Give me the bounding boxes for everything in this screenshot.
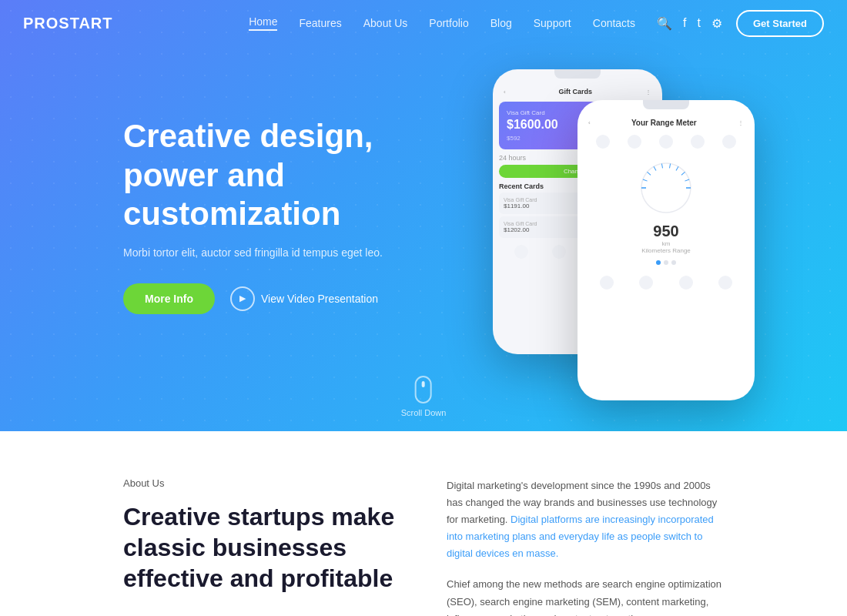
km-unit: km [584, 240, 748, 247]
about-heading: Creative startups make classic businesse… [123, 501, 400, 594]
video-button[interactable]: ▶ View Video Presentation [230, 286, 378, 311]
about-section: About Us Creative startups make classic … [0, 431, 847, 616]
hero-actions: More Info ▶ View Video Presentation [123, 283, 462, 314]
gauge-area [584, 153, 748, 223]
about-link-1[interactable]: Digital platforms are increasingly incor… [447, 514, 714, 559]
about-section-label: About Us [123, 477, 400, 489]
nav-home[interactable]: Home [249, 15, 277, 31]
nav-icon-group: 🔍 f t ⚙ [657, 16, 722, 31]
svg-line-8 [685, 179, 689, 181]
nav-features[interactable]: Features [299, 17, 341, 29]
nav-about[interactable]: About Us [363, 17, 408, 29]
arrow-right-icon: → [196, 612, 208, 616]
settings-icon[interactable]: ⚙ [711, 16, 722, 31]
brand-logo: PROSTART [23, 15, 113, 32]
svg-line-4 [661, 163, 662, 168]
hero-section: Creative design, power and customization… [0, 0, 847, 431]
nav-contacts[interactable]: Contacts [593, 17, 635, 29]
navbar: PROSTART Home Features About Us Portfoli… [0, 0, 847, 46]
play-icon: ▶ [230, 286, 255, 311]
about-para-2: Chief among the new methods are search e… [447, 576, 724, 616]
about-para-1: Digital marketing's development since th… [447, 477, 724, 562]
nav-support[interactable]: Support [534, 17, 571, 29]
scroll-down[interactable]: Scroll Down [401, 376, 447, 417]
more-info-button[interactable]: More Info [123, 283, 215, 314]
about-right: Digital marketing's development since th… [447, 477, 724, 616]
svg-line-7 [681, 172, 685, 175]
svg-line-6 [676, 166, 678, 170]
hero-title: Creative design, power and customization [123, 117, 462, 233]
svg-line-3 [654, 166, 656, 170]
hero-subtitle: Morbi tortor elit, auctor sed fringilla … [123, 246, 462, 259]
svg-line-1 [643, 179, 648, 181]
hero-content: Creative design, power and customization… [0, 117, 462, 313]
more-about-link[interactable]: More About Us → [123, 612, 400, 616]
phones-mockup: ‹ Gift Cards ⋮ Visa Gift Card $1600.00 $… [477, 62, 801, 385]
km-sublabel: Kilometers Range [584, 247, 748, 254]
twitter-icon[interactable]: t [697, 16, 700, 30]
km-value: 950 [584, 223, 748, 240]
nav-blog[interactable]: Blog [490, 17, 512, 29]
gauge-svg [635, 157, 697, 219]
get-started-button[interactable]: Get Started [736, 10, 824, 37]
svg-line-2 [647, 172, 651, 175]
facebook-icon[interactable]: f [683, 16, 686, 30]
range-meter-title: Your Range Meter [631, 119, 697, 127]
scroll-label: Scroll Down [401, 408, 447, 417]
scroll-icon [415, 376, 432, 403]
search-icon[interactable]: 🔍 [657, 16, 672, 31]
nav-portfolio[interactable]: Portfolio [429, 17, 468, 29]
svg-line-5 [670, 163, 671, 168]
phone-front: ‹ Your Range Meter ⋮ [578, 100, 755, 400]
about-left: About Us Creative startups make classic … [123, 477, 400, 616]
nav-links: Home Features About Us Portfolio Blog Su… [249, 15, 635, 31]
